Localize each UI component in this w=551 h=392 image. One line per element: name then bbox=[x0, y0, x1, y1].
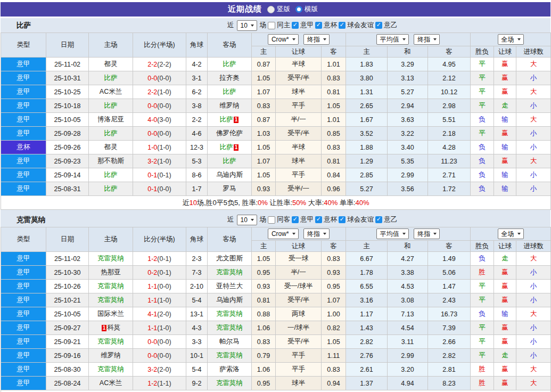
date-cell: 25-08-31 bbox=[46, 182, 89, 196]
avg-draw-cell: 2.99 bbox=[388, 349, 428, 363]
fulltime-score: 0-1 bbox=[147, 185, 157, 193]
col-odds-away: 客 bbox=[322, 46, 346, 58]
avg-away-cell: 2.71 bbox=[428, 168, 471, 182]
chevron-down-icon bbox=[251, 24, 254, 27]
avg-draw-cell: 5.35 bbox=[388, 154, 428, 168]
chevron-down-icon bbox=[402, 38, 406, 40]
final-index-select-2[interactable]: 终指 bbox=[414, 34, 440, 45]
result-handicap-cell: 输 bbox=[494, 168, 516, 182]
team-name: 博洛尼亚 bbox=[97, 116, 124, 123]
col-result-handicap: 让球 bbox=[494, 46, 516, 58]
avg-home-cell: 2.76 bbox=[346, 349, 388, 363]
away-team-cell: 亚特兰大 bbox=[208, 280, 252, 293]
radio-horizontal-layout[interactable] bbox=[295, 6, 302, 13]
date-cell: 25-09-28 bbox=[46, 127, 89, 141]
result-handicap-cell: 赢 bbox=[494, 280, 516, 293]
crown-handicap-cell: 受一球 bbox=[276, 252, 322, 266]
away-team-cell: 佛罗伦萨 bbox=[208, 127, 252, 141]
result-wdl-cell: 平 bbox=[471, 85, 494, 99]
final-index-select[interactable]: 终指 bbox=[303, 228, 330, 239]
odds-source-select[interactable]: Crow* bbox=[268, 34, 299, 45]
crown-away-odds-cell: 1.07 bbox=[322, 293, 346, 307]
league-cell: 意甲 bbox=[1, 363, 46, 377]
home-team-cell: 博洛尼亚 bbox=[89, 113, 133, 127]
team-name: 克雷莫纳 bbox=[216, 352, 243, 359]
away-team-cell: 克雷莫纳 bbox=[208, 377, 252, 390]
league-checkbox-friendly[interactable] bbox=[339, 22, 346, 29]
league-checkbox-serie-a[interactable] bbox=[292, 22, 299, 29]
avg-home-cell: 1.78 bbox=[346, 266, 388, 280]
league-checkbox-serie-a[interactable] bbox=[292, 216, 299, 223]
corner-cell: 13-1 bbox=[186, 307, 208, 321]
away-team-cell: 克雷莫纳 bbox=[208, 307, 252, 321]
avg-draw-cell: 4.53 bbox=[388, 280, 428, 293]
league-label-serie-a: 意甲 bbox=[300, 21, 314, 30]
fulltime-score: 0-0 bbox=[147, 130, 157, 137]
league-checkbox-serie-b[interactable] bbox=[375, 22, 382, 29]
result-handicap-cell: 走 bbox=[494, 349, 516, 363]
result-goals-cell: 小 bbox=[516, 141, 551, 154]
date-cell: 25-10-18 bbox=[46, 99, 89, 113]
match-row: 意甲25-09-28比萨0-0(0-0)4-6佛罗伦萨1.03受平/半0.853… bbox=[1, 127, 551, 141]
league-cell: 意甲 bbox=[1, 168, 46, 182]
league-cell: 意甲 bbox=[1, 113, 46, 127]
crown-handicap-cell: 受平/半 bbox=[276, 127, 322, 141]
crown-handicap-cell: 平手 bbox=[276, 99, 322, 113]
final-index-select-2[interactable]: 终指 bbox=[414, 228, 440, 239]
league-checkbox-coppa[interactable] bbox=[315, 22, 322, 29]
col-type: 类型 bbox=[1, 33, 46, 58]
team-name: 比萨 bbox=[104, 171, 118, 178]
crown-handicap-cell: 半/一 bbox=[276, 266, 322, 280]
crown-away-odds-cell: 0.96 bbox=[322, 182, 346, 196]
radio-vertical-layout[interactable] bbox=[267, 6, 275, 13]
match-count-select[interactable]: 10 bbox=[237, 20, 257, 31]
col-avg-home: 主 bbox=[346, 46, 388, 58]
col-avg-away: 客 bbox=[428, 241, 471, 252]
same-home-checkbox[interactable] bbox=[268, 22, 275, 29]
final-index-select[interactable]: 终指 bbox=[303, 34, 330, 45]
home-team-cell: 克雷莫纳 bbox=[89, 280, 133, 293]
title-bar: 近期战绩 竖版 横版 bbox=[1, 2, 550, 17]
away-team-cell: 拉齐奥 bbox=[208, 71, 252, 85]
match-row: 意甲25-08-30克雷莫纳3-2(2-0)5-4萨索洛1.06平手0.832.… bbox=[1, 363, 551, 377]
avg-away-cell: 16.73 bbox=[428, 307, 471, 321]
avg-away-cell: 7.39 bbox=[428, 321, 471, 335]
halftime-score: (1-0) bbox=[157, 324, 171, 332]
fullmatch-select[interactable]: 全场 bbox=[498, 34, 524, 45]
away-team-cell: 比萨 bbox=[208, 154, 252, 168]
average-value: 平均值 bbox=[380, 35, 399, 44]
crown-handicap-cell: 一/球半 bbox=[276, 321, 322, 335]
avg-home-cell: 1.83 bbox=[346, 58, 388, 71]
score-cell: 0-0(0-0) bbox=[133, 99, 186, 113]
league-checkbox-serie-b[interactable] bbox=[375, 216, 382, 223]
match-row: 意甲25-09-23那不勒斯3-2(1-0)5-3比萨1.07球半0.811.2… bbox=[1, 154, 551, 168]
result-handicap-cell: 赢 bbox=[494, 127, 516, 141]
fullmatch-value: 全场 bbox=[501, 35, 514, 44]
same-away-checkbox[interactable] bbox=[268, 216, 275, 224]
average-select[interactable]: 平均值 bbox=[376, 34, 409, 45]
team-name: 帕尔马 bbox=[219, 338, 240, 345]
crown-handicap-cell: 球半 bbox=[276, 377, 322, 390]
league-checkbox-friendly[interactable] bbox=[339, 216, 346, 223]
league-checkbox-coppa[interactable] bbox=[315, 216, 322, 223]
away-team-cell: 乌迪内斯 bbox=[208, 293, 252, 307]
avg-home-cell: 2.61 bbox=[346, 363, 388, 377]
odds-source-select[interactable]: Crow* bbox=[268, 228, 299, 239]
col-home: 主场 bbox=[89, 33, 133, 58]
home-team-cell: 比萨 bbox=[89, 168, 133, 182]
summary-row: 近10场,胜3平5负2, 胜率:30% 让胜率:70% 大率:40% 单率:40… bbox=[1, 390, 551, 392]
result-handicap-cell: 赢 bbox=[494, 321, 516, 335]
fulltime-score: 2-2 bbox=[147, 61, 157, 68]
fullmatch-select[interactable]: 全场 bbox=[498, 228, 524, 239]
col-result-handicap: 让球 bbox=[494, 241, 516, 252]
avg-away-cell: 2.43 bbox=[428, 293, 471, 307]
panel-header: 克雷莫纳 近 10 场 同客 意甲 意杯 球会友谊 意乙 bbox=[1, 213, 550, 227]
league-cell: 意甲 bbox=[1, 99, 46, 113]
avg-draw-cell: 4.94 bbox=[388, 377, 428, 390]
near-label: 近 bbox=[227, 21, 234, 30]
corner-cell: 5-4 bbox=[186, 363, 208, 377]
match-count-select[interactable]: 10 bbox=[237, 215, 257, 225]
average-select[interactable]: 平均值 bbox=[376, 228, 409, 239]
avg-draw-cell: 3.29 bbox=[388, 58, 428, 71]
team-title: 比萨 bbox=[17, 21, 31, 30]
